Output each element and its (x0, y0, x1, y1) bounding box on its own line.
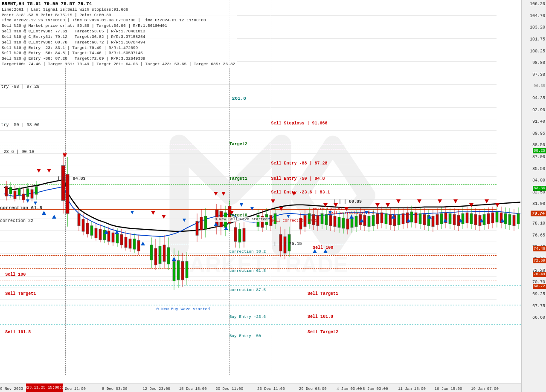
svg-rect-66 (181, 262, 184, 280)
price-100: 100.25 (530, 49, 545, 53)
price-76: 76.65 (532, 233, 545, 238)
svg-rect-12 (26, 189, 29, 196)
sell-arrow-11 (292, 192, 296, 196)
sell-arrow-21 (469, 203, 473, 207)
svg-rect-170 (436, 214, 439, 225)
time-jan16: 16 Jan 15:00 (435, 387, 462, 391)
svg-rect-86 (238, 229, 241, 242)
level-8483: | | | 84.83 (57, 176, 85, 181)
sell-arrow-22 (485, 199, 489, 203)
price-88: 88.50 (532, 143, 545, 147)
buy-arrow-12 (360, 219, 364, 222)
price-6872-box: 68.72 (533, 284, 546, 289)
sell-100-left: Sell 100 (5, 272, 26, 277)
svg-rect-120 (329, 215, 332, 226)
sell-arrow-17 (396, 199, 401, 203)
corr-875-mid: correction 87.5 (229, 288, 266, 292)
sell-arrow-9 (271, 199, 275, 203)
buy-entry-236: Buy Entry -23.6 (229, 314, 266, 319)
svg-rect-128 (346, 219, 349, 229)
svg-rect-40 (116, 233, 119, 243)
corr-382-mid: correction 38.2 (229, 249, 266, 254)
info-line2: Line:2661 | Last Signal is:Sell with sto… (2, 7, 235, 13)
sell-corr-875: Sell correction 87.5 (271, 219, 317, 223)
svg-rect-160 (415, 213, 417, 223)
svg-rect-62 (173, 262, 175, 281)
svg-rect-138 (368, 216, 370, 227)
buy-arrow-14 (407, 219, 411, 222)
svg-rect-146 (385, 213, 387, 224)
price-9628: 96.35 (534, 84, 545, 88)
sell-161-right: Sell 161.8 (308, 314, 333, 319)
time-jan4: 4 Jan 03:00 (337, 387, 362, 391)
price-91: 91.40 (532, 119, 545, 124)
svg-rect-184 (466, 213, 468, 223)
sell-target1-right: Sell Target1 (308, 291, 338, 296)
svg-rect-206 (513, 215, 515, 226)
price-87: 87.00 (532, 155, 545, 159)
sell-arrow-15 (375, 203, 380, 207)
price-101: 101.75 (530, 37, 545, 42)
svg-rect-188 (474, 214, 477, 225)
svg-rect-64 (177, 261, 180, 280)
price-8825-box: 88.25 (533, 148, 546, 153)
target2-mid-label: Target2 (229, 142, 247, 147)
svg-rect-176 (449, 213, 451, 224)
svg-rect-74 (204, 216, 207, 229)
price-94: 94.35 (532, 96, 545, 101)
svg-rect-142 (376, 213, 379, 224)
svg-rect-196 (491, 213, 494, 223)
svg-rect-60 (167, 248, 170, 264)
svg-rect-118 (325, 214, 328, 225)
svg-rect-44 (125, 237, 127, 248)
svg-rect-194 (487, 213, 490, 224)
sell-arrow-16 (386, 203, 390, 207)
svg-rect-168 (432, 216, 434, 227)
time-jan11: 11 Jan 15:00 (398, 387, 426, 391)
price-98: 98.80 (532, 61, 545, 65)
buy-arrow-13 (391, 215, 395, 219)
corr-arrow-4 (183, 219, 186, 222)
info-line10: Sell %20 @ Entry -50: 84.8 | Target:74.4… (2, 51, 235, 56)
time-dec15: 15 Dec 15:00 (179, 387, 207, 391)
svg-rect-72 (200, 217, 203, 230)
svg-rect-124 (338, 217, 340, 228)
sell-entry-88-label: Sell Entry -88 | 87.28 (271, 161, 327, 166)
price-78: 78.10 (532, 221, 545, 226)
svg-rect-28 (90, 226, 93, 236)
svg-rect-50 (137, 241, 140, 251)
price-84: 84.00 (532, 178, 545, 183)
time-dec12: 12 Dec 23:00 (142, 387, 170, 391)
corr-arrow-2 (34, 202, 37, 205)
correction-22-left: correction 22 (0, 219, 33, 223)
svg-rect-204 (508, 214, 511, 225)
sell-arrow-8 (229, 211, 234, 215)
info-line8: Sell %10 @ C_Entry88: 80.78 | Target:68.… (2, 40, 235, 46)
svg-rect-186 (470, 213, 473, 224)
time-dec29: 29 Dec 03:00 (299, 387, 327, 391)
buy-arrow-10 (323, 249, 328, 253)
sell-target2: Sell Target2 (308, 330, 338, 334)
svg-rect-140 (372, 215, 375, 226)
svg-rect-38 (112, 233, 114, 242)
sell-entry-50-label: Sell Entry -50 | 84.8 (271, 176, 325, 181)
sell-arrow-5 (162, 215, 166, 219)
current-price-box: 79.74 (531, 211, 546, 216)
new-buy-wave-label: 0 New Buy Wave started (157, 307, 210, 311)
sell-arrow-13 (334, 203, 338, 207)
svg-rect-2 (5, 187, 8, 196)
sell-arrow-18 (417, 199, 421, 203)
price-104: 104.70 (530, 13, 545, 18)
try-50-label: try -50 | 93.06 (1, 123, 39, 127)
price-67: 67.75 (532, 303, 545, 308)
time-axis: 29 Nov 2023 22 Nov 2023 5 Dec 11:00 8 De… (0, 383, 521, 392)
corr-618-mid: correction 61.8 (229, 268, 266, 273)
time-jan19: 19 Jan 07:00 (471, 387, 499, 391)
svg-rect-178 (453, 214, 456, 225)
price-69: 69.25 (532, 292, 545, 297)
info-line11: Sell %20 @ Entry -88: 87.28 | Target:72.… (2, 56, 235, 62)
time-nov29: 29 Nov 2023 (0, 387, 23, 391)
svg-rect-56 (159, 246, 161, 264)
sell-entry-236-label: Sell Entry -23.6 | 83.1 (271, 190, 330, 195)
svg-rect-52 (150, 245, 153, 260)
